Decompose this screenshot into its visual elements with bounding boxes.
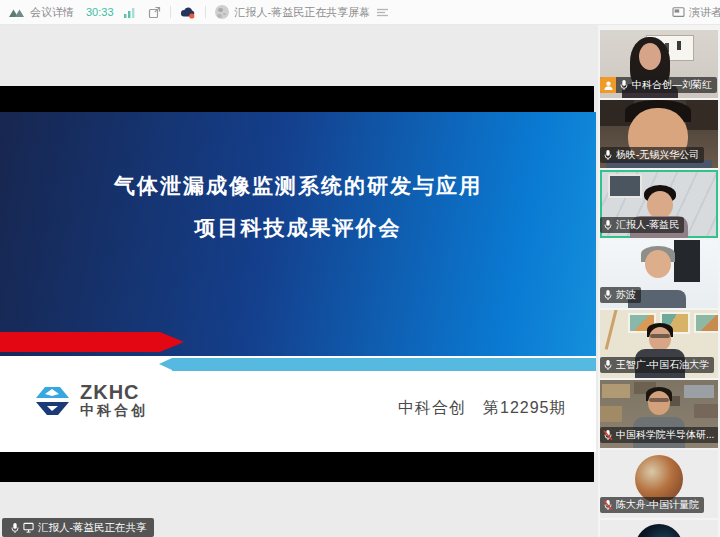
slide-lightblue-ribbon (172, 358, 596, 371)
slide-title-line2: 项目科技成果评价会 (0, 214, 596, 242)
toolbar-divider (205, 6, 206, 18)
list-toggle-icon[interactable] (377, 8, 388, 17)
screen-share-area: 气体泄漏成像监测系统的研发与应用 项目科技成果评价会 ZKHC 中科合创 中科合… (0, 24, 598, 537)
person-icon (603, 80, 614, 91)
slide-letterbox-bottom (0, 452, 594, 482)
logo-acronym: ZKHC (80, 382, 148, 402)
layout-switcher-button[interactable]: 演讲者布局 (672, 0, 720, 24)
participant-label: 王智广-中国石油大学 (600, 357, 714, 373)
person-face (648, 391, 670, 415)
mic-on-icon (603, 359, 613, 371)
network-signal-icon (124, 7, 136, 18)
person-face (647, 191, 673, 219)
zkhc-logo-text: ZKHC 中科合创 (80, 382, 148, 419)
participant-avatar (635, 524, 683, 537)
participant-tile-jiangyimin-speaking[interactable]: 汇报人-蒋益民 (600, 170, 718, 238)
participant-tile-partial[interactable] (600, 520, 718, 537)
mic-muted-icon (603, 429, 613, 441)
person-face (645, 250, 671, 278)
participant-label: 中国科学院半导体研... (600, 427, 718, 443)
painting-decor (694, 313, 718, 333)
slide-title-panel: 气体泄漏成像监测系统的研发与应用 项目科技成果评价会 (0, 112, 596, 356)
participant-tile-yangying[interactable]: 杨映-无锡兴华公司 (600, 100, 718, 168)
participants-sidebar: 中科合创—刘菊红 杨映-无锡兴华公司 汇报人-蒋益民 (598, 24, 720, 537)
shelf-box-decor (600, 406, 622, 422)
lamp-decor (605, 310, 619, 350)
layout-switcher-label: 演讲者布局 (689, 5, 720, 20)
mic-muted-icon (603, 499, 613, 511)
slide-issue-text: 中科合创 第12295期 (398, 398, 567, 419)
participant-label: 杨映-无锡兴华公司 (600, 147, 704, 163)
participant-label: 汇报人-蒋益民 (600, 217, 684, 233)
participant-label: 苏波 (600, 287, 641, 303)
participant-name: 王智广-中国石油大学 (616, 358, 709, 372)
participant-label: 陈大舟-中国计量院 (600, 497, 704, 513)
participant-name: 苏波 (616, 288, 636, 302)
mic-on-icon (603, 289, 613, 301)
top-toolbar: 会议详情 30:33 汇报人-蒋益民正在共享屏幕 (0, 0, 720, 25)
participant-tile-semiconductor-institute[interactable]: 中国科学院半导体研... (600, 380, 718, 448)
participant-name: 杨映-无锡兴华公司 (616, 148, 699, 162)
meeting-details-button[interactable]: 会议详情 (30, 5, 74, 20)
host-badge (600, 77, 616, 93)
participant-tile-chendazhou[interactable]: 陈大舟-中国计量院 (600, 450, 718, 518)
shelf-box-decor (602, 384, 630, 398)
person-face (639, 43, 661, 70)
meeting-window: 会议详情 30:33 汇报人-蒋益民正在共享屏幕 (0, 0, 720, 537)
person-face (649, 327, 671, 351)
presenter-avatar (215, 5, 229, 19)
background-decor (674, 240, 700, 282)
toolbar-divider (170, 6, 171, 18)
popout-icon[interactable] (148, 6, 161, 19)
participant-tile-liujuhong[interactable]: 中科合创—刘菊红 (600, 30, 718, 98)
participant-label: 中科合创—刘菊红 (600, 77, 717, 93)
participant-name: 中科合创—刘菊红 (632, 78, 712, 92)
zkhc-logo-mark (34, 384, 71, 418)
shelf-box-decor (694, 404, 718, 418)
mic-on-icon (603, 219, 613, 231)
participant-name: 陈大舟-中国计量院 (616, 498, 699, 512)
sharing-banner: 汇报人-蒋益民正在共享 (2, 518, 154, 537)
participant-name: 汇报人-蒋益民 (616, 218, 679, 232)
participant-tile-subo[interactable]: 苏波 (600, 240, 718, 308)
shelf-box-decor (684, 385, 714, 398)
logo-chinese-name: 中科合创 (80, 402, 148, 419)
sharing-banner-text: 汇报人-蒋益民正在共享 (38, 521, 147, 535)
glasses-decor (650, 334, 670, 338)
mic-on-icon (10, 522, 20, 534)
slide-red-ribbon (0, 332, 160, 352)
sharing-status-text: 汇报人-蒋益民正在共享屏幕 (235, 5, 371, 20)
mic-on-icon (619, 79, 629, 91)
zkhc-logo: ZKHC 中科合创 (34, 382, 148, 419)
speaker-layout-icon (672, 6, 685, 18)
participant-name: 中国科学院半导体研... (616, 428, 714, 442)
wall-frame-decor (608, 174, 642, 198)
toolbar-left-group: 会议详情 30:33 汇报人-蒋益民正在共享屏幕 (8, 0, 388, 24)
cloud-recording-icon[interactable] (180, 6, 196, 19)
participant-tile-wangzhiguang[interactable]: 王智广-中国石油大学 (600, 310, 718, 378)
mic-on-icon (603, 149, 613, 161)
app-logo-icon (8, 6, 25, 18)
glasses-decor (649, 398, 669, 402)
meeting-timer: 30:33 (86, 6, 114, 18)
screen-share-icon (23, 522, 34, 533)
slide-letterbox-top (0, 86, 594, 112)
participant-avatar (635, 455, 683, 503)
slide-title-line1: 气体泄漏成像监测系统的研发与应用 (0, 172, 596, 200)
